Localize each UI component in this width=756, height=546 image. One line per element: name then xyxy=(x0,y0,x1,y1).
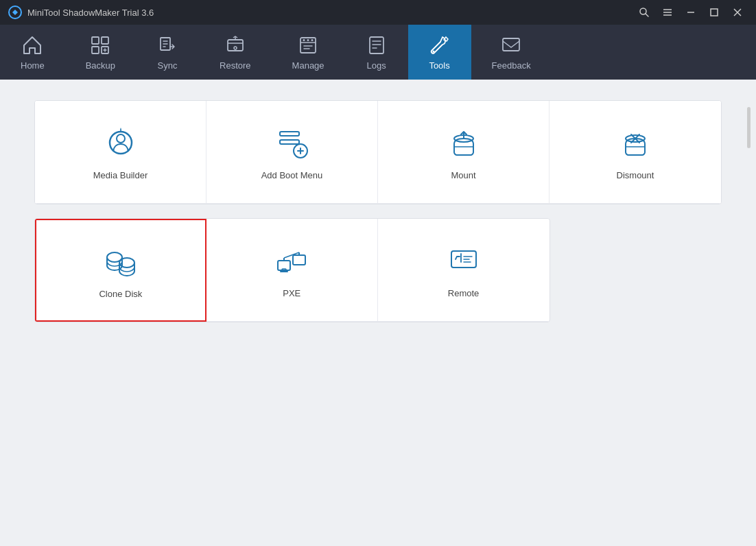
titlebar-controls xyxy=(634,4,748,21)
tool-media-builder-label: Media Builder xyxy=(93,170,148,180)
svg-point-25 xyxy=(117,134,125,143)
search-button[interactable] xyxy=(634,4,654,21)
home-icon xyxy=(21,34,43,56)
media-builder-icon xyxy=(102,123,140,162)
svg-rect-38 xyxy=(293,255,305,265)
maximize-button[interactable] xyxy=(704,4,724,21)
clone-disk-icon xyxy=(102,242,140,281)
feedback-icon xyxy=(500,34,522,56)
tool-remote-label: Remote xyxy=(448,288,480,298)
svg-rect-26 xyxy=(280,132,299,136)
nav-label-sync: Sync xyxy=(158,60,178,71)
nav-label-tools: Tools xyxy=(429,60,449,71)
svg-rect-10 xyxy=(92,37,99,44)
main-content: Media Builder Add Boot Menu Mount xyxy=(0,80,756,546)
tool-clone-disk-label: Clone Disk xyxy=(99,289,142,299)
add-boot-menu-icon xyxy=(273,123,311,162)
nav-label-home: Home xyxy=(21,60,45,71)
nav-label-restore: Restore xyxy=(220,60,251,71)
app-title: MiniTool ShadowMaker Trial 3.6 xyxy=(27,8,634,18)
nav-item-restore[interactable]: Restore xyxy=(199,25,272,80)
nav-item-manage[interactable]: Manage xyxy=(272,25,345,80)
menu-button[interactable] xyxy=(657,4,678,21)
tool-dismount-label: Dismount xyxy=(617,170,654,180)
svg-rect-7 xyxy=(711,9,718,16)
nav-label-logs: Logs xyxy=(366,60,386,71)
svg-point-18 xyxy=(311,39,314,41)
tool-dismount[interactable]: Dismount xyxy=(550,101,721,204)
svg-rect-21 xyxy=(370,37,383,54)
scrollbar[interactable] xyxy=(747,107,751,148)
dismount-icon xyxy=(616,123,654,162)
tool-media-builder[interactable]: Media Builder xyxy=(35,101,206,204)
svg-point-16 xyxy=(234,47,237,49)
tool-clone-disk[interactable]: Clone Disk xyxy=(35,219,206,322)
tool-pxe[interactable]: PXE xyxy=(206,219,378,322)
tool-add-boot-menu[interactable]: Add Boot Menu xyxy=(206,101,378,204)
sync-icon xyxy=(156,34,178,56)
svg-rect-12 xyxy=(92,47,99,54)
tool-mount[interactable]: Mount xyxy=(378,101,550,204)
tools-grid-row2: Clone Disk PXE xyxy=(34,218,550,322)
navbar: Home Backup Sync xyxy=(0,25,756,80)
svg-rect-11 xyxy=(102,37,108,44)
svg-point-19 xyxy=(307,39,309,41)
restore-icon xyxy=(224,34,246,56)
app-logo xyxy=(8,5,22,19)
nav-item-tools[interactable]: Tools xyxy=(408,25,471,80)
svg-rect-23 xyxy=(503,38,519,51)
remote-icon xyxy=(445,241,483,280)
tool-pxe-label: PXE xyxy=(283,288,300,298)
nav-item-feedback[interactable]: Feedback xyxy=(471,25,552,80)
nav-label-manage: Manage xyxy=(292,60,324,71)
nav-item-sync[interactable]: Sync xyxy=(136,25,199,80)
mount-icon xyxy=(445,123,483,162)
svg-rect-27 xyxy=(280,140,299,144)
nav-item-logs[interactable]: Logs xyxy=(345,25,408,80)
tools-grid-row1: Media Builder Add Boot Menu Mount xyxy=(34,100,722,204)
minimize-button[interactable] xyxy=(681,4,701,21)
close-button[interactable] xyxy=(727,4,748,21)
nav-item-backup[interactable]: Backup xyxy=(65,25,136,80)
svg-point-20 xyxy=(303,39,305,41)
tools-icon xyxy=(429,34,451,56)
backup-icon xyxy=(89,34,111,56)
tool-mount-label: Mount xyxy=(451,170,475,180)
nav-item-home[interactable]: Home xyxy=(0,25,65,80)
nav-label-backup: Backup xyxy=(86,60,115,71)
logs-icon xyxy=(366,34,388,56)
manage-icon xyxy=(297,34,319,56)
tool-remote[interactable]: Remote xyxy=(378,219,550,322)
tool-add-boot-menu-label: Add Boot Menu xyxy=(261,170,323,180)
svg-point-22 xyxy=(432,50,434,52)
svg-line-2 xyxy=(646,14,648,16)
nav-label-feedback: Feedback xyxy=(492,60,531,71)
pxe-icon xyxy=(272,241,311,280)
titlebar: MiniTool ShadowMaker Trial 3.6 xyxy=(0,0,756,25)
